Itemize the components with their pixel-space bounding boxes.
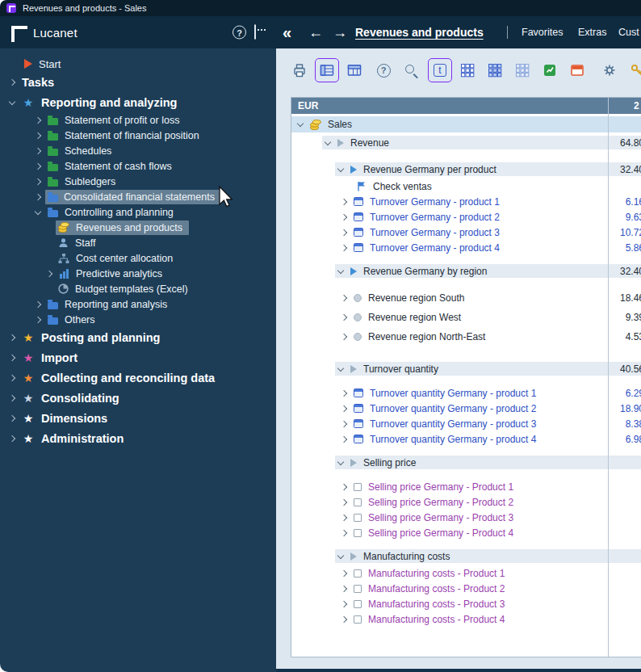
table-row-selling-price[interactable]: Selling price	[291, 455, 641, 470]
sidebar-item-revenues-and-products[interactable]: Revenues and products	[0, 220, 276, 235]
table-row-turnover-quantity-product-1[interactable]: Turnover quantity Germany - product 1 6.…	[291, 385, 641, 401]
chevron-right-icon[interactable]	[341, 405, 347, 411]
sidebar-item-reporting-and-analysis[interactable]: Reporting and analysis	[0, 296, 276, 312]
chevron-right-icon[interactable]	[35, 300, 41, 307]
table-row-turnover-quantity[interactable]: Turnover quantity 40.56	[291, 361, 641, 376]
table-row-revenue[interactable]: Revenue 64.80	[291, 135, 641, 150]
sidebar-item-tasks[interactable]: Tasks	[0, 72, 276, 92]
search-button[interactable]	[399, 58, 423, 82]
table-row-turnover-product-1[interactable]: Turnover Germany - product 1 6.16	[291, 194, 641, 209]
chevron-right-icon[interactable]	[341, 420, 347, 426]
chevron-right-icon[interactable]	[35, 147, 41, 153]
chevron-right-icon[interactable]	[341, 213, 347, 220]
sidebar-item-statement-of-cash-flows[interactable]: Statement of cash flows	[0, 158, 276, 174]
chevron-right-icon[interactable]	[341, 198, 347, 204]
table-row-turnover-product-4[interactable]: Turnover Germany - product 4 5.86	[291, 240, 641, 255]
chevron-right-icon[interactable]	[341, 314, 347, 321]
settings-button[interactable]	[597, 58, 622, 82]
chevron-right-icon[interactable]	[341, 529, 347, 536]
table-row-manufacturing-costs[interactable]: Manufacturing costs	[291, 548, 641, 564]
table-layout-left-button[interactable]	[315, 58, 339, 82]
sidebar-item-others[interactable]: Others	[0, 312, 276, 327]
sidebar-item-budget-templates-excel[interactable]: Budget templates (Excel)	[0, 281, 276, 296]
chevron-right-icon[interactable]	[341, 334, 347, 340]
table-row-sales[interactable]: Sales	[291, 116, 641, 132]
sidebar-item-statement-of-profit-or-loss[interactable]: Statement of profit or loss	[0, 112, 276, 128]
chevron-right-icon[interactable]	[341, 585, 347, 591]
sidebar-item-administration[interactable]: ★ Administration	[0, 428, 276, 448]
print-button[interactable]	[287, 58, 312, 82]
table-row-selling-price-product-1[interactable]: Selling price Germany - Product 1	[291, 479, 641, 494]
table-row-check-ventas[interactable]: Check ventas	[291, 178, 641, 194]
chevron-right-icon[interactable]	[341, 600, 347, 607]
chevron-down-icon[interactable]	[337, 165, 344, 171]
chevron-right-icon[interactable]	[9, 374, 15, 380]
menu-favorites[interactable]: Favorites	[522, 27, 563, 38]
chevron-down-icon[interactable]	[337, 552, 344, 558]
sidebar-item-collecting-and-reconciling-data[interactable]: ★ Collecting and reconciling data	[0, 368, 276, 388]
table-row-turnover-product-3[interactable]: Turnover Germany - product 3 10.72	[291, 225, 641, 240]
menu-extras[interactable]: Extras	[578, 27, 606, 38]
chevron-right-icon[interactable]	[35, 162, 41, 169]
chevron-down-icon[interactable]	[9, 98, 15, 104]
sidebar-item-schedules[interactable]: Schedules	[0, 143, 276, 158]
chevron-right-icon[interactable]	[9, 78, 15, 85]
chevron-right-icon[interactable]	[35, 178, 41, 184]
feedback-icon[interactable]	[254, 25, 256, 40]
chevron-right-icon[interactable]	[341, 615, 347, 622]
sidebar-item-cost-center-allocation[interactable]: Cost center allocation	[0, 250, 276, 266]
text-cell-button[interactable]: t	[428, 58, 452, 82]
table-row-manufacturing-costs-product-4[interactable]: Manufacturing costs - Product 4	[291, 611, 641, 627]
help-button[interactable]: ?	[371, 58, 396, 82]
sidebar-item-posting-and-planning[interactable]: ★ Posting and planning	[0, 327, 276, 347]
chevron-down-icon[interactable]	[337, 267, 344, 273]
chevron-right-icon[interactable]	[35, 132, 41, 138]
chevron-right-icon[interactable]	[341, 435, 347, 442]
sidebar-item-statement-of-financial-position[interactable]: Statement of financial position	[0, 128, 276, 143]
collapse-all-icon[interactable]: «	[283, 23, 291, 42]
table-row-turnover-quantity-product-2[interactable]: Turnover quantity Germany - product 2 18…	[291, 401, 641, 416]
chevron-right-icon[interactable]	[341, 569, 347, 576]
sidebar-item-start[interactable]: Start	[0, 56, 276, 72]
chevron-down-icon[interactable]	[325, 138, 331, 145]
table-row-manufacturing-costs-product-1[interactable]: Manufacturing costs - Product 1	[291, 565, 641, 581]
table-row-revenue-region-west[interactable]: Revenue region West 9.39	[291, 308, 641, 327]
menu-customize[interactable]: Cust	[618, 27, 639, 38]
chevron-right-icon[interactable]	[341, 389, 347, 396]
table-row-turnover-quantity-product-3[interactable]: Turnover quantity Germany - product 3 8.…	[291, 416, 641, 431]
sidebar-item-import[interactable]: ★ Import	[0, 347, 276, 368]
grid-light-button[interactable]	[510, 58, 534, 82]
table-row-revenue-region-north-east[interactable]: Revenue region North-East 4.53	[291, 327, 641, 346]
table-layout-top-button[interactable]	[342, 58, 367, 82]
forward-icon[interactable]: →	[333, 24, 347, 41]
chevron-down-icon[interactable]	[35, 208, 41, 214]
table-row-selling-price-product-2[interactable]: Selling price Germany - Product 2	[291, 494, 641, 510]
chevron-right-icon[interactable]	[341, 295, 347, 301]
table-row-selling-price-product-4[interactable]: Selling price Germany - Product 4	[291, 525, 641, 540]
grid-medium-button[interactable]	[483, 58, 507, 82]
sidebar-item-staff[interactable]: Staff	[0, 235, 276, 250]
grid-small-button[interactable]	[455, 58, 480, 82]
current-page-title[interactable]: Revenues and products	[355, 26, 484, 39]
table-row-selling-price-product-3[interactable]: Selling price Germany - Product 3	[291, 510, 641, 525]
chevron-right-icon[interactable]	[9, 354, 15, 360]
chevron-right-icon[interactable]	[341, 483, 347, 489]
chevron-right-icon[interactable]	[9, 435, 15, 441]
chevron-right-icon[interactable]	[341, 498, 347, 505]
chevron-right-icon[interactable]	[35, 193, 41, 200]
chevron-right-icon[interactable]	[46, 270, 52, 276]
table-row-turnover-product-2[interactable]: Turnover Germany - product 2 9.63	[291, 209, 641, 225]
table-row-revenue-region-south[interactable]: Revenue region South 18.46	[291, 288, 641, 308]
help-icon[interactable]: ?	[233, 26, 246, 40]
table-row-revenue-germany-per-product[interactable]: Revenue Germany per product 32.40	[291, 162, 641, 177]
chevron-right-icon[interactable]	[341, 229, 347, 235]
chevron-right-icon[interactable]	[35, 116, 41, 123]
chevron-right-icon[interactable]	[9, 334, 15, 340]
chevron-right-icon[interactable]	[9, 414, 15, 421]
table-row-manufacturing-costs-product-3[interactable]: Manufacturing costs - Product 3	[291, 596, 641, 611]
table-row-manufacturing-costs-product-2[interactable]: Manufacturing costs - Product 2	[291, 581, 641, 596]
chevron-right-icon[interactable]	[35, 316, 41, 322]
chevron-down-icon[interactable]	[297, 120, 304, 127]
back-icon[interactable]: ←	[308, 24, 323, 41]
sidebar-item-reporting-and-analyzing[interactable]: ★ Reporting and analyzing	[0, 92, 276, 112]
